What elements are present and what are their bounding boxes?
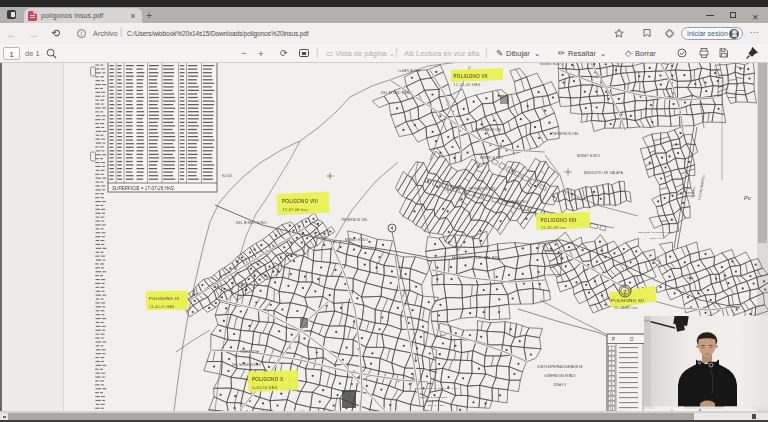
svg-text:ZONA CONCEPCION: ZONA CONCEPCION xyxy=(420,396,447,399)
svg-text:TERRENOS DEL: TERRENOS DEL xyxy=(468,187,496,191)
svg-text:SEGUNDA EXPROPIACION: SEGUNDA EXPROPIACION xyxy=(638,231,674,234)
svg-text:POLIGONO X: POLIGONO X xyxy=(252,377,283,382)
svg-text:12: 12 xyxy=(610,402,614,406)
svg-text:DEL MISMO EJIDO: DEL MISMO EJIDO xyxy=(381,91,412,95)
svg-text:POLIGONO VII: POLIGONO VII xyxy=(454,74,488,79)
svg-text:O: O xyxy=(630,337,634,342)
svg-text:POLIGONO XIII: POLIGONO XIII xyxy=(541,218,577,223)
svg-text:ZONA: V II: ZONA: V II xyxy=(554,383,567,387)
svg-text:MAGUEY ESCALARES POR CAJA: MAGUEY ESCALARES POR CAJA xyxy=(414,387,459,390)
svg-text:16-41-80 has: 16-41-80 has xyxy=(614,306,638,310)
svg-text:MUNICIPIO DE XALAPA: MUNICIPIO DE XALAPA xyxy=(584,171,624,175)
svg-text:MUNICIPIO DE XALAPA: MUNICIPIO DE XALAPA xyxy=(452,255,500,260)
svg-text:MISMO EJIDO: MISMO EJIDO xyxy=(540,63,564,66)
svg-text:21-36-88 has: 21-36-88 has xyxy=(541,225,566,230)
svg-text:TERRENOS DEL: TERRENOS DEL xyxy=(552,132,579,136)
svg-text:DEL MISMO EJIDO: DEL MISMO EJIDO xyxy=(236,221,267,225)
svg-text:TERRENOS DEL: TERRENOS DEL xyxy=(475,128,502,132)
svg-text:21-40-11 HAS.: 21-40-11 HAS. xyxy=(150,305,176,309)
svg-text:2DA CALERA: 2DA CALERA xyxy=(428,404,446,407)
svg-text:MISMO EJIDO: MISMO EJIDO xyxy=(480,156,504,160)
svg-text:ZONA 7(II): ZONA 7(II) xyxy=(650,237,664,240)
svg-text:POLIGONO IX: POLIGONO IX xyxy=(149,296,179,301)
svg-text:MISMO EJIDO: MISMO EJIDO xyxy=(577,154,601,158)
svg-text:TERRENOS: TERRENOS xyxy=(240,350,258,354)
svg-text:11: 11 xyxy=(610,397,613,401)
svg-text:MISMO EJIDO: MISMO EJIDO xyxy=(345,238,369,242)
svg-text:TERRENOS DEL: TERRENOS DEL xyxy=(341,218,368,222)
svg-text:MISMO EJIDO: MISMO EJIDO xyxy=(504,200,528,204)
svg-text:POLIGONO VIII: POLIGONO VIII xyxy=(282,199,318,204)
svg-text:13: 13 xyxy=(610,407,614,411)
svg-text:POLIGONO XII: POLIGONO XII xyxy=(611,298,644,303)
svg-text:Po: Po xyxy=(744,195,751,201)
svg-text:GOBIERNO DEL ESTADO: GOBIERNO DEL ESTADO xyxy=(545,374,576,378)
svg-text:SUPERFICIE = 17-07-26 HAS.: SUPERFICIE = 17-07-26 HAS. xyxy=(112,186,175,191)
svg-text:EJIDOS EXPROPIADOS A FAVOR: EJIDOS EXPROPIADOS A FAVOR DE xyxy=(538,365,583,369)
svg-text:17-07-06 has: 17-07-06 has xyxy=(283,207,308,212)
svg-text:4: 4 xyxy=(391,225,394,231)
svg-text:12-54-40 HAS: 12-54-40 HAS xyxy=(454,82,481,87)
svg-text:5-40-50 HAS.: 5-40-50 HAS. xyxy=(253,385,279,390)
svg-text:R=5,800: R=5,800 xyxy=(222,174,232,178)
svg-text:DEL MISMO EJIDO: DEL MISMO EJIDO xyxy=(232,363,262,367)
svg-text:P: P xyxy=(612,337,615,342)
svg-text:10: 10 xyxy=(610,392,614,396)
svg-text:1a AMPLIACION: 1a AMPLIACION xyxy=(398,69,420,73)
